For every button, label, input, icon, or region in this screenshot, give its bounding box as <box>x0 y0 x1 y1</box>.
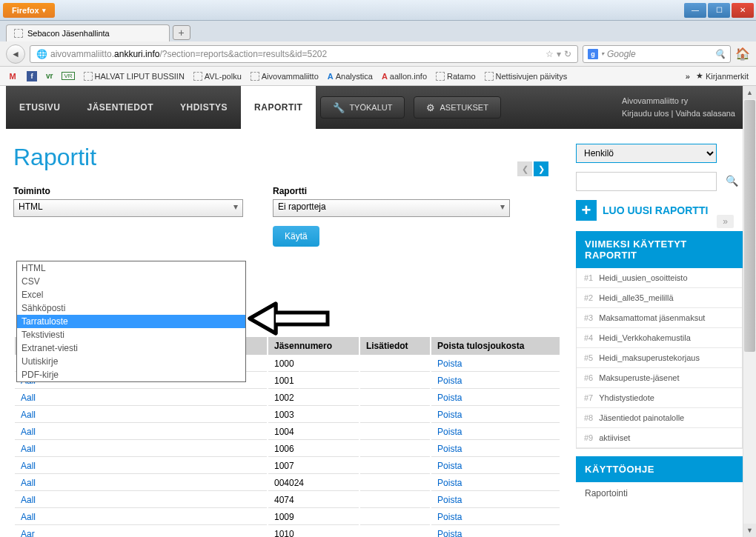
window-close[interactable]: ✕ <box>732 3 754 18</box>
new-tab-button[interactable]: + <box>173 25 190 40</box>
recent-report-item[interactable]: #3Maksamattomat jäsenmaksut <box>577 308 742 328</box>
recent-report-item[interactable]: #6Maksuperuste-jäsenet <box>577 368 742 388</box>
bookmark-aallon[interactable]: Aaallon.info <box>382 72 427 81</box>
dropdown-option[interactable]: Uutiskirje <box>17 355 245 368</box>
dropdown-option[interactable]: HTML <box>17 261 245 275</box>
bookmarks-menu[interactable]: ★Kirjanmerkit <box>696 71 749 81</box>
member-name-link[interactable]: Aall <box>21 478 36 488</box>
collapse-sidebar[interactable]: » <box>717 215 734 228</box>
filter-search-input[interactable] <box>576 172 717 191</box>
remove-link[interactable]: Poista <box>437 427 462 437</box>
window-minimize[interactable]: — <box>684 3 706 18</box>
bookmark-gmail[interactable]: M <box>7 71 18 81</box>
dropdown-option[interactable]: CSV <box>17 275 245 288</box>
back-button[interactable]: ◄ <box>6 44 25 64</box>
bookmark-facebook[interactable]: f <box>27 71 37 81</box>
remove-link[interactable]: Poista <box>437 393 462 403</box>
member-name-link[interactable]: Aall <box>21 393 36 403</box>
remove-link[interactable]: Poista <box>437 529 462 537</box>
dropdown-option[interactable]: Extranet-viesti <box>17 341 245 355</box>
recent-report-name: Heidi_Verkkohakemustila <box>599 333 691 342</box>
firefox-menu-button[interactable]: Firefox <box>3 3 55 18</box>
recent-report-item[interactable]: #9aktiiviset <box>577 428 742 448</box>
bookmark-avl[interactable]: AVL-polku <box>193 72 242 81</box>
recent-report-item[interactable]: #5Heidi_maksuperustekorjaus <box>577 348 742 368</box>
scroll-thumb[interactable] <box>744 100 755 352</box>
th-lisatiedot[interactable]: Lisätiedot <box>360 337 430 355</box>
recent-report-item[interactable]: #7Yhdistystiedote <box>577 388 742 408</box>
recent-report-item[interactable]: #2Heidi_alle35_meilillä <box>577 288 742 308</box>
bookmark-vr1[interactable]: vr <box>46 72 53 80</box>
filter-type-select[interactable]: Henkilö <box>576 144 717 163</box>
dropdown-option[interactable]: Sähköposti <box>17 301 245 315</box>
guide-link[interactable]: Raportointi <box>576 482 743 504</box>
remove-link[interactable]: Poista <box>437 444 462 454</box>
window-maximize[interactable]: ☐ <box>708 3 730 18</box>
member-details <box>360 527 430 537</box>
toiminto-select[interactable]: HTML <box>13 199 243 217</box>
bookmark-analystica[interactable]: AAnalystica <box>328 72 373 81</box>
member-details <box>360 476 430 491</box>
member-name-link[interactable]: Aar <box>21 529 35 537</box>
remove-link[interactable]: Poista <box>437 478 462 488</box>
home-button[interactable]: 🏠 <box>735 47 750 61</box>
scroll-down[interactable]: ▼ <box>743 524 756 537</box>
bookmark-vr2[interactable]: VR <box>62 72 74 80</box>
browser-search[interactable]: g ▾ Google 🔍 <box>583 45 731 63</box>
member-name-link[interactable]: Aall <box>21 444 36 454</box>
member-name-link[interactable]: Aall <box>21 512 36 522</box>
recent-report-name: aktiiviset <box>599 433 630 442</box>
raportti-select[interactable]: Ei raportteja <box>273 199 510 217</box>
search-magnifier-icon[interactable]: 🔍 <box>714 49 726 59</box>
logout-link[interactable]: Kirjaudu ulos <box>622 109 669 118</box>
recent-reports-list: #1Heidi_uusien_osoitteisto#2Heidi_alle35… <box>576 268 743 449</box>
recent-report-item[interactable]: #4Heidi_Verkkohakemustila <box>577 328 742 348</box>
star-icon[interactable]: ☆ <box>546 49 554 59</box>
member-name-link[interactable]: Aall <box>21 427 36 437</box>
member-number: 4074 <box>268 493 359 508</box>
pager-prev[interactable]: ❮ <box>517 161 532 176</box>
nav-yhdistys[interactable]: YHDISTYS <box>167 86 241 129</box>
recent-report-name: Maksuperuste-jäsenet <box>599 373 679 382</box>
nav-tyokalut[interactable]: 🔧TYÖKALUT <box>320 96 405 119</box>
member-details <box>360 373 430 389</box>
nav-jasentiedot[interactable]: JÄSENTIEDOT <box>74 86 168 129</box>
dropdown-icon[interactable]: ▾ <box>557 49 561 59</box>
kayta-button[interactable]: Käytä <box>273 226 319 247</box>
remove-link[interactable]: Poista <box>437 410 462 420</box>
nav-raportit[interactable]: RAPORTIT <box>241 86 316 129</box>
browser-tab[interactable]: Sebacon Jäsenhallinta <box>6 24 170 41</box>
remove-link[interactable]: Poista <box>437 461 462 471</box>
scroll-up[interactable]: ▲ <box>743 86 756 99</box>
member-name-link[interactable]: Aall <box>21 461 36 471</box>
vertical-scrollbar[interactable]: ▲ ▼ <box>743 86 756 537</box>
bookmark-halvat[interactable]: HALVAT LIPUT BUSSIIN <box>84 72 185 81</box>
nav-etusivu[interactable]: ETUSIVU <box>6 86 74 129</box>
change-password-link[interactable]: Vaihda salasana <box>675 109 735 118</box>
member-name-link[interactable]: Aall <box>21 495 36 505</box>
bookmarks-overflow[interactable]: » <box>686 72 690 81</box>
bookmark-aivo[interactable]: Aivovammaliitto <box>251 72 319 81</box>
pager-next[interactable]: ❯ <box>534 161 548 176</box>
th-poista[interactable]: Poista tulosjoukosta <box>431 337 560 355</box>
dropdown-option[interactable]: Tekstiviesti <box>17 328 245 341</box>
org-name: Aivovammaliitto ry <box>622 95 735 107</box>
remove-link[interactable]: Poista <box>437 376 462 386</box>
dropdown-option[interactable]: Excel <box>17 288 245 301</box>
search-dropdown-icon[interactable]: ▾ <box>601 50 604 57</box>
search-icon[interactable]: 🔍 <box>723 172 740 190</box>
nav-asetukset[interactable]: ⚙ASETUKSET <box>414 96 500 119</box>
annotation-arrow <box>246 293 335 344</box>
dropdown-option[interactable]: PDF-kirje <box>17 368 245 381</box>
reload-icon[interactable]: ↻ <box>564 49 571 59</box>
recent-report-item[interactable]: #1Heidi_uusien_osoitteisto <box>577 268 742 288</box>
bookmark-ratamo[interactable]: Ratamo <box>436 72 476 81</box>
remove-link[interactable]: Poista <box>437 512 462 522</box>
address-bar[interactable]: 🌐 aivovammaliitto.ankkuri.info/?section=… <box>30 45 578 63</box>
remove-link[interactable]: Poista <box>437 495 462 505</box>
recent-report-item[interactable]: #8Jäsentiedot painotalolle <box>577 408 742 428</box>
dropdown-option[interactable]: Tarratuloste <box>17 315 245 328</box>
remove-link[interactable]: Poista <box>437 358 462 369</box>
member-name-link[interactable]: Aall <box>21 410 36 420</box>
bookmark-nettisivu[interactable]: Nettisivujen päivitys <box>485 72 568 81</box>
